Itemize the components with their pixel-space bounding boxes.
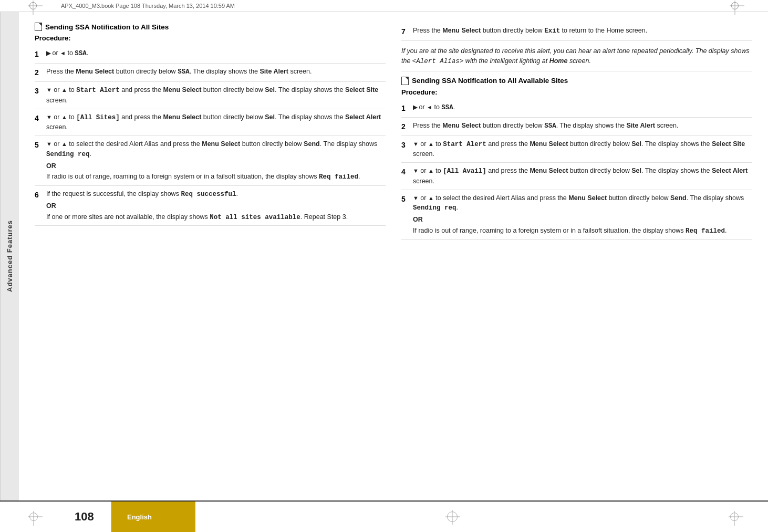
r-send-5: Send (670, 194, 687, 202)
start-alert-mono: Start Alert (76, 87, 120, 94)
left-procedure-label: Procedure: (35, 34, 386, 42)
bottom-center-crosshair (447, 512, 458, 522)
left-step-5: 5 ▼ or ▲ to select the desired Alert Ali… (35, 136, 386, 186)
ssa-mono-2: SSA (178, 68, 190, 76)
sel-3: Sel (265, 86, 275, 93)
left-step-1: 1 ▶ or ◄ to SSA. (35, 45, 386, 64)
arrow-down-5: ▼ (46, 141, 52, 147)
r-ssa-mono-2: SSA (544, 122, 556, 130)
step-1-content: ▶ or ◄ to SSA. (46, 48, 386, 60)
arrow-down-4: ▼ (46, 114, 52, 120)
r-menu-select-2: Menu Select (442, 122, 481, 129)
r-arrow-up-4: ▲ (428, 168, 434, 174)
step-num-4: 4 (35, 112, 42, 133)
r-step-num-1: 1 (401, 102, 409, 114)
r-arrow-down-3: ▼ (413, 141, 419, 147)
exit-mono: Exit (544, 27, 560, 35)
alert-alias-italic: <Alert Alias> (412, 58, 464, 65)
menu-select-4: Menu Select (163, 113, 201, 121)
r-start-alert-3: Start Alert (443, 141, 486, 148)
arrow-up-5: ▲ (61, 141, 67, 147)
left-column: Sending SSA Notification to All Sites Pr… (35, 23, 386, 490)
r-arrow-right-1: ▶ (413, 104, 417, 110)
r-step-1-content: ▶ or ◄ to SSA. (413, 102, 752, 114)
r-site-alert-2: Site Alert (627, 122, 655, 129)
r-arrow-up-3: ▲ (428, 141, 434, 147)
r-step-3-content: ▼ or ▲ to Start Alert and press the Menu… (413, 139, 752, 160)
r-arrow-down-4: ▼ (413, 168, 419, 174)
main-area: Advanced Features Sending SSA Notificati… (0, 12, 768, 500)
bottom-right-crosshair (730, 513, 739, 521)
menu-select-7: Menu Select (442, 27, 481, 34)
r-sending-req-5: Sending req (413, 204, 456, 212)
send-5: Send (304, 140, 320, 148)
step-num-5: 5 (35, 139, 42, 182)
right-section-title-text: Sending SSA Notification to All Availabl… (412, 77, 568, 85)
menu-select-3: Menu Select (163, 86, 201, 93)
r-step-2-content: Press the Menu Select button directly be… (413, 121, 752, 132)
right-step-2: 2 Press the Menu Select button directly … (401, 118, 752, 136)
language-tab: English (111, 502, 195, 532)
step-num-7: 7 (401, 26, 409, 37)
step-num-6: 6 (35, 189, 42, 222)
arrow-down-3: ▼ (46, 87, 52, 93)
r-menu-select-5: Menu Select (568, 194, 607, 202)
right-column: 7 Press the Menu Select button directly … (401, 23, 752, 490)
r-req-failed-5: Req failed (686, 227, 725, 235)
left-step-4: 4 ▼ or ▲ to [All Sites] and press the Me… (35, 109, 386, 137)
left-step-2: 2 Press the Menu Select button directly … (35, 64, 386, 82)
page-number-text: 108 (75, 510, 94, 524)
left-step-3: 3 ▼ or ▲ to Start Alert and press the Me… (35, 82, 386, 109)
arrow-right: ▶ (46, 50, 50, 56)
site-alert-bold: Site Alert (260, 68, 288, 75)
right-step-7: 7 Press the Menu Select button directly … (401, 23, 752, 41)
all-sites-mono: [All Sites] (76, 114, 120, 121)
language-text: English (127, 513, 152, 521)
menu-select-bold: Menu Select (76, 68, 114, 75)
r-arrow-left-1: ◄ (427, 104, 432, 110)
r-arrow-up-5: ▲ (428, 195, 434, 201)
req-successful-mono: Req successful (181, 191, 236, 198)
step-2-content: Press the Menu Select button directly be… (46, 67, 386, 78)
side-tab: Advanced Features (0, 12, 19, 500)
select-site-3: Select Site (345, 86, 378, 93)
r-or-5: OR (413, 215, 752, 225)
r-arrow-down-5: ▼ (413, 195, 419, 201)
r-step-num-2: 2 (401, 121, 409, 132)
arrow-up-4: ▲ (61, 114, 67, 120)
r-step-num-3: 3 (401, 139, 409, 160)
step-5-content: ▼ or ▲ to select the desired Alert Alias… (46, 139, 386, 182)
doc-icon (35, 23, 42, 31)
arrow-up-3: ▲ (61, 87, 67, 93)
right-step-3: 3 ▼ or ▲ to Start Alert and press the Me… (401, 136, 752, 163)
top-bar: APX_4000_M3.book Page 108 Thursday, Marc… (0, 0, 768, 12)
not-all-sites-mono: Not all sites available (210, 214, 300, 221)
bottom-bar: 108 English (0, 500, 768, 532)
step-4-content: ▼ or ▲ to [All Sites] and press the Menu… (46, 112, 386, 133)
menu-select-5: Menu Select (202, 140, 240, 148)
bottom-crosshairs (195, 502, 709, 532)
step-num-3: 3 (35, 85, 42, 106)
left-section-title-text: Sending SSA Notification to All Sites (45, 23, 169, 31)
step-6-content: If the request is successful, the displa… (46, 189, 386, 222)
home-bold: Home (549, 57, 568, 65)
arrow-left: ◄ (60, 50, 66, 56)
info-italic-block: If you are at the site designated to rec… (401, 46, 752, 71)
right-step-1: 1 ▶ or ◄ to SSA. (401, 99, 752, 118)
r-all-avail-4: [All Avail] (443, 168, 486, 175)
side-tab-label: Advanced Features (6, 221, 14, 293)
step-3-content: ▼ or ▲ to Start Alert and press the Menu… (46, 85, 386, 106)
content-area: Sending SSA Notification to All Sites Pr… (19, 12, 768, 500)
req-failed-mono: Req failed (319, 173, 358, 181)
r-step-4-content: ▼ or ▲ to [All Avail] and press the Menu… (413, 166, 752, 186)
right-step-5: 5 ▼ or ▲ to select the desired Alert Ali… (401, 190, 752, 240)
r-sel-3: Sel (631, 140, 641, 148)
doc-icon-right (401, 77, 409, 85)
left-step-6: 6 If the request is successful, the disp… (35, 186, 386, 226)
page-number: 108 (59, 502, 111, 532)
r-step-num-4: 4 (401, 166, 409, 186)
sending-req-mono: Sending req (46, 151, 90, 158)
r-menu-select-4: Menu Select (530, 167, 568, 174)
step-num-2: 2 (35, 67, 42, 78)
or-1: OR (46, 161, 386, 171)
